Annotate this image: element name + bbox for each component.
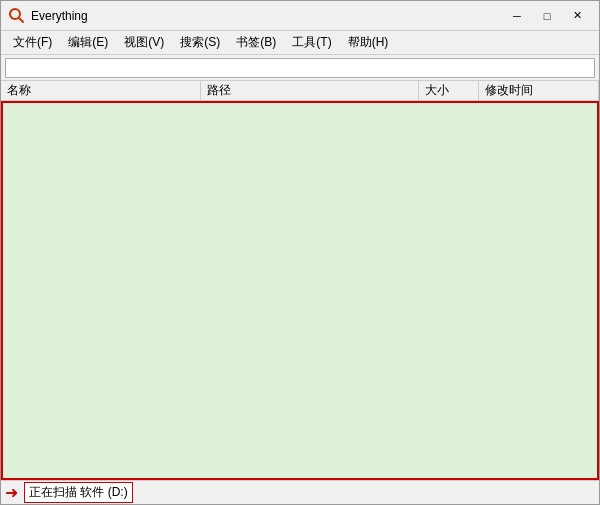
menu-bar: 文件(F) 编辑(E) 视图(V) 搜索(S) 书签(B) 工具(T) 帮助(H… [1,31,599,55]
menu-edit[interactable]: 编辑(E) [60,32,116,53]
status-text: 正在扫描 软件 (D:) [24,482,133,503]
minimize-button[interactable]: ─ [503,5,531,27]
menu-help[interactable]: 帮助(H) [340,32,397,53]
column-headers: 名称 路径 大小 修改时间 [1,81,599,101]
search-input[interactable] [5,58,595,78]
menu-view[interactable]: 视图(V) [116,32,172,53]
col-size[interactable]: 大小 [419,81,479,100]
content-area [1,101,599,480]
maximize-button[interactable]: □ [533,5,561,27]
menu-bookmarks[interactable]: 书签(B) [228,32,284,53]
title-bar: Everything ─ □ ✕ [1,1,599,31]
status-arrow-icon: ➜ [5,483,18,502]
col-modified[interactable]: 修改时间 [479,81,599,100]
main-window: Everything ─ □ ✕ 文件(F) 编辑(E) 视图(V) 搜索(S)… [0,0,600,505]
title-bar-left: Everything [9,8,88,24]
app-icon [9,8,25,24]
menu-search[interactable]: 搜索(S) [172,32,228,53]
col-name[interactable]: 名称 [1,81,201,100]
menu-tools[interactable]: 工具(T) [284,32,339,53]
col-path[interactable]: 路径 [201,81,419,100]
menu-file[interactable]: 文件(F) [5,32,60,53]
svg-line-1 [19,18,23,22]
window-controls: ─ □ ✕ [503,5,591,27]
app-title: Everything [31,9,88,23]
close-button[interactable]: ✕ [563,5,591,27]
search-bar [1,55,599,81]
status-bar: ➜ 正在扫描 软件 (D:) [1,480,599,504]
